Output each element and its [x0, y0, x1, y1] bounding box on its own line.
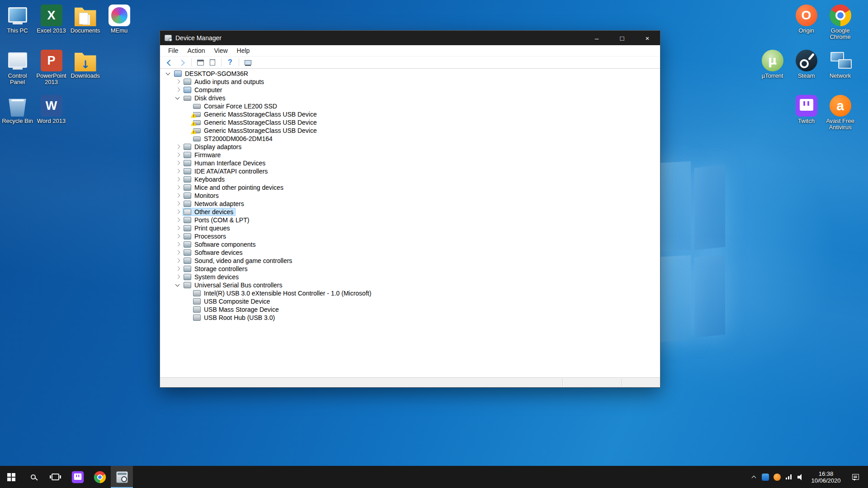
tree-item[interactable]: !Generic MassStorageClass USB Device	[160, 118, 660, 127]
tree-item[interactable]: Software devices	[160, 249, 660, 257]
tree-item[interactable]: Corsair Force LE200 SSD	[160, 102, 660, 110]
expand-chevron-icon[interactable]	[173, 249, 183, 257]
desktop-icon-steam[interactable]: Steam	[789, 49, 823, 94]
expand-chevron-icon[interactable]	[173, 224, 183, 232]
tree-item-surface[interactable]: !Generic MassStorageClass USB Device	[192, 110, 319, 118]
tree-item-surface[interactable]: Human Interface Devices	[183, 159, 268, 167]
hidden-icons-button[interactable]	[748, 466, 760, 488]
back-button[interactable]	[164, 57, 175, 67]
tree-item[interactable]: Intel(R) USB 3.0 eXtensible Host Control…	[160, 289, 660, 297]
tree-item[interactable]: Universal Serial Bus controllers	[160, 281, 660, 289]
tree-item[interactable]: DESKTOP-SGOM36R	[160, 70, 660, 78]
desktop-icon-control-panel[interactable]: Control Panel	[0, 49, 34, 94]
tree-item-surface[interactable]: Monitors	[183, 192, 221, 200]
tree-item-surface[interactable]: Audio inputs and outputs	[183, 78, 266, 86]
expand-chevron-icon[interactable]	[173, 265, 183, 273]
tree-item[interactable]: ST2000DM006-2DM164	[160, 135, 660, 143]
tree-item-surface[interactable]: Corsair Force LE200 SSD	[192, 102, 279, 110]
tree-item-surface[interactable]: ST2000DM006-2DM164	[192, 135, 275, 143]
tree-item[interactable]: System devices	[160, 273, 660, 281]
start-button[interactable]	[0, 466, 22, 488]
minimize-button[interactable]: –	[584, 31, 609, 45]
desktop-icon-excel[interactable]: Excel 2013	[34, 4, 68, 49]
menu-view[interactable]: View	[209, 45, 232, 56]
expand-chevron-icon[interactable]	[173, 78, 183, 86]
tree-item[interactable]: Storage controllers	[160, 265, 660, 273]
expand-chevron-icon[interactable]	[173, 159, 183, 167]
tree-item-surface[interactable]: Software components	[183, 240, 258, 249]
tree-item-surface[interactable]: Intel(R) USB 3.0 eXtensible Host Control…	[192, 289, 373, 297]
tree-item[interactable]: Ports (COM & LPT)	[160, 216, 660, 224]
tree-item[interactable]: Firmware	[160, 151, 660, 159]
expand-chevron-icon[interactable]	[173, 273, 183, 281]
tree-item-surface[interactable]: DESKTOP-SGOM36R	[173, 70, 250, 78]
expand-chevron-icon[interactable]	[173, 208, 183, 216]
tray-network-button[interactable]	[783, 466, 795, 488]
tree-item-surface[interactable]: Display adaptors	[183, 143, 244, 151]
tree-item[interactable]: !Generic MassStorageClass USB Device	[160, 127, 660, 135]
desktop-icon-twitch[interactable]: Twitch	[789, 94, 823, 139]
expand-chevron-icon[interactable]	[173, 86, 183, 94]
tree-item-surface[interactable]: Universal Serial Bus controllers	[183, 281, 285, 289]
tree-item-surface[interactable]: Storage controllers	[183, 265, 250, 273]
task-view-button[interactable]	[44, 466, 66, 488]
menu-file[interactable]: File	[164, 45, 183, 56]
desktop-icon-this-pc[interactable]: This PC	[0, 4, 34, 49]
title-bar[interactable]: Device Manager – □ ×	[160, 31, 660, 45]
tree-item-surface[interactable]: Ports (COM & LPT)	[183, 216, 251, 224]
tree-item-surface[interactable]: Processors	[183, 232, 228, 240]
tree-item-surface[interactable]: Computer	[183, 86, 224, 94]
close-button[interactable]: ×	[635, 31, 660, 45]
console-tree-button[interactable]	[195, 57, 205, 67]
tray-utorrent-button[interactable]	[771, 466, 783, 488]
tree-item[interactable]: Network adapters	[160, 200, 660, 208]
tree-item-surface[interactable]: Keyboards	[183, 175, 227, 183]
tree-item-surface[interactable]: Software devices	[183, 249, 245, 257]
tree-item[interactable]: USB Composite Device	[160, 297, 660, 305]
tree-item[interactable]: Sound, video and game controllers	[160, 257, 660, 265]
taskbar-twitch-button[interactable]	[66, 466, 89, 488]
desktop-icon-chrome[interactable]: Google Chrome	[823, 4, 857, 49]
tree-item[interactable]: Software components	[160, 240, 660, 249]
tree-item[interactable]: Keyboards	[160, 175, 660, 183]
tree-item[interactable]: Human Interface Devices	[160, 159, 660, 167]
scan-hardware-button[interactable]	[243, 57, 253, 67]
tree-item[interactable]: Disk drives	[160, 94, 660, 102]
tree-item[interactable]: Display adaptors	[160, 143, 660, 151]
help-button[interactable]: ?	[225, 57, 235, 67]
desktop-icon-downloads[interactable]: Downloads	[68, 49, 102, 94]
tree-item[interactable]: Audio inputs and outputs	[160, 78, 660, 86]
expand-chevron-icon[interactable]	[173, 143, 183, 151]
search-button[interactable]	[22, 466, 44, 488]
tree-item-surface[interactable]: Disk drives	[183, 94, 227, 102]
tree-item-surface[interactable]: !Generic MassStorageClass USB Device	[192, 118, 319, 127]
properties-button[interactable]	[208, 57, 217, 67]
tree-item-surface[interactable]: Print queues	[183, 224, 232, 232]
maximize-button[interactable]: □	[609, 31, 635, 45]
tree-item-surface[interactable]: USB Mass Storage Device	[192, 305, 281, 314]
tree-item[interactable]: Processors	[160, 232, 660, 240]
collapse-chevron-icon[interactable]	[173, 94, 183, 102]
expand-chevron-icon[interactable]	[173, 192, 183, 200]
tree-item[interactable]: Print queues	[160, 224, 660, 232]
tree-item-surface[interactable]: Sound, video and game controllers	[183, 257, 294, 265]
tree-item[interactable]: !Generic MassStorageClass USB Device	[160, 110, 660, 118]
desktop-icon-word[interactable]: Word 2013	[34, 94, 68, 139]
tree-item[interactable]: Computer	[160, 86, 660, 94]
action-center-button[interactable]	[845, 466, 865, 488]
taskbar-clock[interactable]: 16:38 10/06/2020	[807, 470, 845, 484]
menu-action[interactable]: Action	[183, 45, 210, 56]
tree-item[interactable]: USB Mass Storage Device	[160, 305, 660, 314]
tree-item-surface[interactable]: Firmware	[183, 151, 223, 159]
taskbar-device-manager-button[interactable]	[111, 466, 133, 488]
desktop-icon-origin[interactable]: Origin	[789, 4, 823, 49]
tree-item-surface[interactable]: USB Composite Device	[192, 297, 272, 305]
expand-chevron-icon[interactable]	[173, 200, 183, 208]
desktop-icon-utorrent[interactable]: µTorrent	[755, 49, 789, 94]
desktop-icon-memu[interactable]: MEmu	[102, 4, 136, 49]
selected-tree-item-surface[interactable]: Other devices	[183, 208, 236, 216]
expand-chevron-icon[interactable]	[173, 167, 183, 175]
tree-item-surface[interactable]: System devices	[183, 273, 241, 281]
desktop-icon-powerpoint[interactable]: PowerPoint 2013	[34, 49, 68, 94]
tray-volume-button[interactable]	[795, 466, 807, 488]
